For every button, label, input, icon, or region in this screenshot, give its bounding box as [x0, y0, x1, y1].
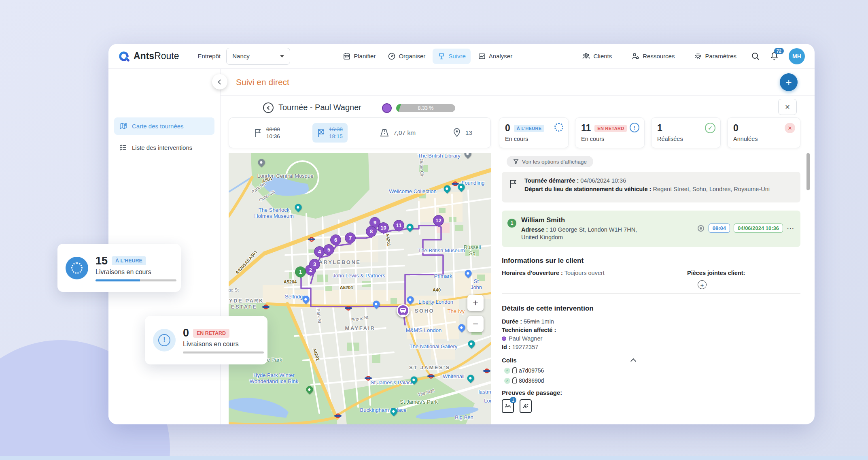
add-button[interactable]: +: [780, 73, 798, 91]
stops-value: 13: [465, 129, 472, 136]
warehouse-select[interactable]: Nancy: [226, 48, 290, 65]
nav-item-organiser[interactable]: Organiser: [383, 49, 430, 64]
display-options-button[interactable]: Voir les options d'affichage: [507, 156, 593, 167]
alert-circle-icon: !: [153, 329, 176, 351]
notifications-button[interactable]: 72: [770, 51, 779, 61]
nav-label: Paramètres: [705, 53, 736, 60]
map-marker-7[interactable]: 7: [345, 232, 356, 243]
search-button[interactable]: [751, 52, 760, 61]
avatar[interactable]: MH: [789, 48, 805, 64]
bus-icon: [400, 308, 406, 313]
actual-time-pill[interactable]: 04/06/2024 10:36: [734, 224, 783, 233]
map-poi-pin[interactable]: [389, 407, 399, 416]
nav-item-ressources[interactable]: Ressources: [626, 49, 679, 64]
zoom-in-button[interactable]: +: [467, 295, 484, 311]
duration-new: 1min: [541, 318, 554, 325]
departure-started-label: Tournée démarrée :: [524, 177, 579, 184]
client-section-title: Informations sur le client: [502, 257, 800, 265]
back-button[interactable]: [263, 102, 274, 113]
map-label-a501: A501: [261, 175, 273, 184]
stop-card-william-smith[interactable]: 1 William Smith Adresse : 10 George St, …: [502, 211, 800, 247]
status-badge: À L'HEURE: [514, 125, 545, 132]
end-time-planned: 16:38: [329, 126, 343, 133]
nav-label: Clients: [593, 53, 612, 60]
spinner-icon: [554, 123, 563, 132]
map-label-the-mall: The Mall: [417, 388, 435, 398]
map-poi-pin[interactable]: [463, 268, 473, 278]
map-poi-pin[interactable]: [405, 222, 415, 232]
map-poi-pin[interactable]: [301, 294, 311, 304]
map-poi-pin[interactable]: [293, 202, 303, 212]
deliveries-count: 0: [183, 327, 189, 339]
map-label-a5204: A5204: [340, 285, 353, 291]
map-label-a4202: A4202: [311, 347, 321, 361]
map-poi-pin[interactable]: [257, 158, 266, 167]
map-label-liberty-london: Liberty London: [418, 299, 453, 305]
x-circle-icon: ✕: [785, 123, 795, 133]
map-overlay: London Central MosqueThe Sherlock Holmes…: [229, 153, 491, 424]
gear-icon: [694, 52, 702, 60]
display-options-label: Voir les options d'affichage: [522, 159, 587, 165]
antsroute-logo[interactable]: AntsRoute: [118, 50, 179, 62]
duration-label: Durée :: [502, 318, 522, 325]
packages-header[interactable]: Colis: [502, 357, 635, 364]
status-card-cancelled: 0 Annulées ✕: [727, 117, 800, 148]
deliveries-label: Livraisons en cours: [183, 341, 264, 348]
nav-item-clients[interactable]: Clients: [577, 49, 617, 64]
driver-color-dot: [382, 103, 392, 113]
checklist-icon: [119, 143, 127, 152]
departure-location-value: Regent Street, Soho, Londres, Royaume-Un…: [653, 186, 770, 192]
map-label-a5204: A5204: [284, 279, 297, 285]
map-marker-6[interactable]: 6: [330, 234, 341, 245]
map[interactable]: London Central MosqueThe Sherlock Holmes…: [229, 153, 491, 424]
map-poi-pin[interactable]: [466, 373, 475, 383]
photo-proof-button[interactable]: 1: [502, 399, 514, 413]
deliveries-ontime-card: 15 À L'HEURE Livraisons en cours: [57, 244, 181, 292]
pin-icon: [452, 128, 461, 138]
package-icon: [512, 368, 517, 373]
nav-item-planifier[interactable]: Planifier: [338, 49, 380, 64]
panel-scrollbar[interactable]: [806, 153, 810, 190]
map-poi-pin[interactable]: [305, 385, 314, 394]
stop-number-badge: 1: [507, 219, 516, 228]
map-marker-12[interactable]: 12: [433, 215, 444, 226]
tour-title: Tournée - Paul Wagner: [278, 103, 361, 112]
nav-item-analyser[interactable]: Analyser: [473, 49, 517, 64]
map-marker-8[interactable]: 8: [366, 226, 377, 237]
map-marker-11[interactable]: 11: [393, 220, 404, 231]
more-options-button[interactable]: ⋯: [787, 224, 795, 233]
zoom-out-button[interactable]: −: [467, 316, 484, 332]
flag-icon: [253, 128, 262, 138]
map-marker-5[interactable]: 5: [323, 244, 334, 255]
map-poi-pin[interactable]: [467, 339, 476, 349]
vehicle-marker[interactable]: [397, 304, 410, 317]
map-label-brook-st: Brook St: [351, 314, 369, 323]
add-attachment-button[interactable]: +: [698, 280, 707, 289]
map-poi-pin[interactable]: [457, 323, 467, 332]
map-poi-pin[interactable]: [405, 295, 415, 305]
end-time-group[interactable]: 16:3818:15: [312, 123, 348, 143]
planned-time-pill[interactable]: 08:04: [709, 224, 730, 233]
map-label-hyde-park-estate: HYDE PARK ESTATE: [229, 298, 264, 310]
signature-proof-button[interactable]: [520, 399, 532, 413]
nav-label: Organiser: [399, 53, 425, 60]
map-marker-1[interactable]: 1: [295, 266, 306, 277]
map-label-st-james-s-park: St James's Park: [400, 399, 438, 405]
collapse-sidebar-button[interactable]: [212, 74, 227, 89]
proofs-label: Preuves de passage:: [502, 389, 800, 396]
map-label-whitehall: Whitehall: [443, 373, 464, 379]
map-poi-pin[interactable]: [371, 299, 381, 309]
tour-details-panel: Tournée démarrée : 04/06/2024 10:36 Dépa…: [502, 172, 800, 413]
sidebar-item-carte-des-tournees[interactable]: Carte des tournées: [114, 117, 214, 135]
nav-item-parametres[interactable]: Paramètres: [689, 49, 741, 64]
map-marker-10[interactable]: 10: [378, 222, 389, 233]
target-icon[interactable]: [697, 224, 705, 232]
sidebar-item-liste-des-interventions[interactable]: Liste des interventions: [114, 139, 214, 156]
underground-icon: [263, 305, 268, 309]
close-panel-button[interactable]: ✕: [778, 99, 797, 115]
nav-item-suivre[interactable]: Suivre: [433, 49, 471, 64]
map-marker-3[interactable]: 3: [309, 259, 320, 270]
map-poi-pin[interactable]: [463, 153, 473, 159]
map-poi-pin[interactable]: [442, 184, 452, 194]
map-poi-pin[interactable]: [409, 375, 419, 385]
